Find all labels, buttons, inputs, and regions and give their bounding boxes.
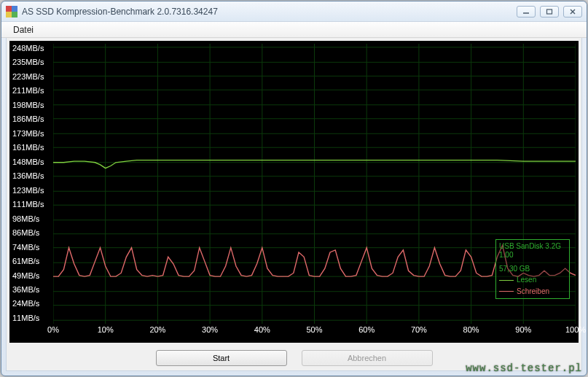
legend-read-line [499,280,514,281]
close-button[interactable] [563,6,582,18]
device-firmware: 1.00 [499,251,566,260]
x-tick-label: 60% [358,325,375,334]
x-tick-label: 70% [411,325,427,334]
y-tick-label: 98MB/s [12,214,52,223]
y-tick-label: 86MB/s [12,228,52,237]
legend-write: Schreiben [499,287,566,297]
legend-read-label: Lesen [517,276,536,285]
x-tick-label: 40% [254,325,270,334]
cancel-button[interactable]: Abbrechen [302,350,433,366]
x-tick-label: 80% [463,325,479,334]
legend-write-line [499,291,514,292]
device-info-box: USB SanDisk 3.2G 1.00 57,30 GB Lesen Sch… [495,239,570,300]
button-row: Start Abbrechen [7,346,581,370]
y-tick-label: 223MB/s [12,72,52,81]
menu-file[interactable]: Datei [7,23,39,36]
y-tick-label: 111MB/s [12,200,52,209]
legend-write-label: Schreiben [517,287,549,297]
y-tick-label: 49MB/s [12,271,52,280]
y-axis: 248MB/s235MB/s223MB/s211MB/s198MB/s186MB… [9,41,53,324]
x-tick-label: 90% [515,325,531,334]
y-tick-label: 74MB/s [12,243,52,252]
x-axis: 0%10%20%30%40%50%60%70%80%90%100% [53,325,576,338]
window-title: AS SSD Kompression-Benchmark 2.0.7316.34… [22,7,517,17]
y-tick-label: 11MB/s [12,314,52,322]
x-tick-label: 50% [306,325,322,334]
device-capacity: 57,30 GB [499,265,566,274]
y-tick-label: 161MB/s [12,143,52,152]
start-button[interactable]: Start [156,350,287,366]
y-tick-label: 248MB/s [12,44,52,53]
y-tick-label: 36MB/s [12,285,52,294]
app-window: AS SSD Kompression-Benchmark 2.0.7316.34… [1,1,587,376]
legend-read: Lesen [499,276,566,285]
y-tick-label: 24MB/s [12,299,52,308]
y-tick-label: 148MB/s [12,158,52,166]
svg-rect-1 [547,9,552,14]
y-tick-label: 186MB/s [12,114,52,123]
y-tick-label: 198MB/s [12,101,52,109]
y-tick-label: 235MB/s [12,58,52,66]
y-tick-label: 61MB/s [12,257,52,265]
titlebar: AS SSD Kompression-Benchmark 2.0.7316.34… [1,1,587,22]
x-tick-label: 100% [565,325,586,334]
y-tick-label: 173MB/s [12,129,52,138]
maximize-button[interactable] [540,6,559,18]
client-area: 248MB/s235MB/s223MB/s211MB/s198MB/s186MB… [6,38,582,371]
plot: USB SanDisk 3.2G 1.00 57,30 GB Lesen Sch… [53,44,576,324]
window-controls [517,6,582,18]
app-icon [6,6,17,18]
chart-area: 248MB/s235MB/s223MB/s211MB/s198MB/s186MB… [9,41,579,343]
x-tick-label: 20% [149,325,165,334]
device-name: USB SanDisk 3.2G [499,242,566,252]
menubar: Datei [1,22,587,38]
y-tick-label: 211MB/s [12,86,52,95]
minimize-button[interactable] [517,6,536,18]
x-tick-label: 0% [47,325,59,334]
y-tick-label: 136MB/s [12,171,52,180]
y-tick-label: 123MB/s [12,186,52,195]
x-tick-label: 30% [202,325,218,334]
x-tick-label: 10% [98,325,114,334]
